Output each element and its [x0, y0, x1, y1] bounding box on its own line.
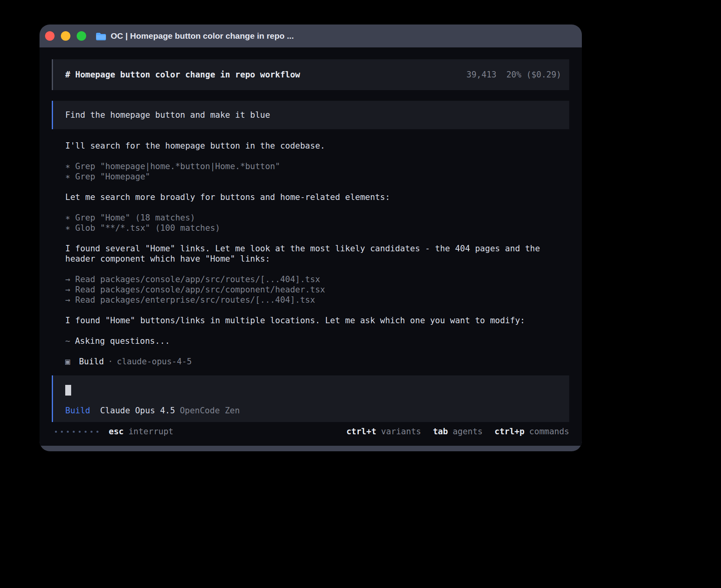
model-row: BuildClaude Opus 4.5OpenCode Zen	[65, 405, 561, 416]
terminal-content: # Homepage button color change in repo w…	[40, 47, 582, 446]
agent-mode-label[interactable]: Build	[65, 406, 90, 415]
separator-dot: ·	[108, 357, 113, 366]
tool-call-grep: ∗ Grep "Homepage"	[65, 172, 569, 182]
tool-call-grep: ∗ Grep "Home" (18 matches)	[65, 213, 569, 223]
shortcut-label: agents	[453, 427, 483, 436]
progress-dot	[85, 431, 87, 433]
agent-status: ▣Build·claude-opus-4-5	[65, 356, 569, 367]
shortcut-key: esc	[109, 427, 124, 436]
shortcut-label: commands	[529, 427, 569, 436]
shortcut-label: interrupt	[128, 427, 174, 436]
folder-icon	[96, 32, 106, 40]
close-button[interactable]	[45, 31, 55, 41]
shortcut-interrupt[interactable]: escinterrupt	[109, 426, 174, 437]
conversation: I'll search for the homepage button in t…	[65, 141, 569, 367]
prompt-input[interactable]: BuildClaude Opus 4.5OpenCode Zen	[52, 375, 569, 422]
user-message-text: Find the homepage button and make it blu…	[65, 110, 270, 120]
working-status-text: Asking questions...	[75, 336, 170, 346]
titlebar[interactable]: OC | Homepage button color change in rep…	[40, 24, 582, 47]
minimize-button[interactable]	[61, 31, 70, 41]
assistant-text: I found "Home" buttons/links in multiple…	[65, 315, 569, 326]
spinner-icon: ~	[65, 336, 70, 346]
assistant-text: I found several "Home" links. Let me loo…	[65, 243, 569, 264]
shortcut-variants[interactable]: ctrl+tvariants	[346, 426, 421, 437]
assistant-text: Let me search more broadly for buttons a…	[65, 192, 569, 202]
model-name[interactable]: Claude Opus 4.5	[100, 406, 175, 415]
progress-dot	[79, 431, 81, 433]
progress-dot	[91, 431, 92, 433]
progress-dot	[73, 431, 75, 433]
session-stats: 39,413 20% ($0.29)	[466, 70, 561, 80]
shortcut-key: ctrl+t	[346, 427, 376, 436]
token-count: 39,413	[466, 70, 496, 80]
traffic-lights	[45, 31, 86, 41]
progress-dot	[61, 431, 63, 433]
progress-dot	[96, 431, 98, 433]
status-bar-right: ctrl+tvariants tabagents ctrl+pcommands	[346, 426, 569, 437]
tool-call-read: → Read packages/console/app/src/routes/[…	[65, 274, 569, 285]
shortcut-key: ctrl+p	[495, 427, 525, 436]
input-line[interactable]	[65, 385, 561, 396]
terminal-window: OC | Homepage button color change in rep…	[40, 24, 582, 451]
working-status: ~Asking questions...	[65, 336, 569, 346]
progress-dot	[67, 431, 69, 433]
tool-call-read: → Read packages/console/app/src/componen…	[65, 285, 569, 295]
progress-dot	[55, 431, 57, 433]
agent-square-icon: ▣	[65, 357, 70, 366]
status-bar: escinterrupt ctrl+tvariants tabagents ct…	[52, 426, 569, 437]
status-bar-left: escinterrupt	[52, 426, 174, 437]
progress-dots	[55, 431, 98, 433]
tool-call-glob: ∗ Glob "**/*.tsx" (100 matches)	[65, 223, 569, 233]
tool-call-grep: ∗ Grep "homepage|home.*button|Home.*butt…	[65, 161, 569, 172]
shortcut-label: variants	[381, 427, 421, 436]
assistant-text: I'll search for the homepage button in t…	[65, 141, 569, 151]
agent-model: claude-opus-4-5	[117, 357, 192, 366]
context-usage: 20% ($0.29)	[506, 70, 561, 80]
tool-call-read: → Read packages/enterprise/src/routes/[.…	[65, 295, 569, 305]
shortcut-agents[interactable]: tabagents	[433, 426, 483, 437]
text-cursor	[65, 385, 71, 396]
agent-name: Build	[79, 357, 104, 366]
session-title: # Homepage button color change in repo w…	[65, 70, 300, 80]
zoom-button[interactable]	[77, 31, 86, 41]
shortcut-key: tab	[433, 427, 448, 436]
session-header: # Homepage button color change in repo w…	[52, 59, 569, 90]
shortcut-commands[interactable]: ctrl+pcommands	[495, 426, 569, 437]
model-provider: OpenCode Zen	[180, 406, 240, 415]
user-message: Find the homepage button and make it blu…	[52, 101, 569, 129]
window-title: OC | Homepage button color change in rep…	[111, 31, 294, 41]
